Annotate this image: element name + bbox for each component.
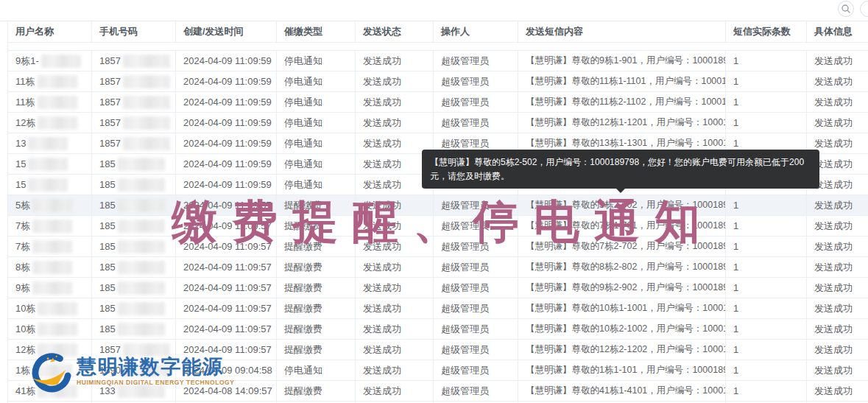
cell-phone: 1857 xyxy=(92,340,176,360)
cell-reminder-type: 停电通知 xyxy=(277,92,356,112)
search-button[interactable] xyxy=(838,1,854,17)
table-row[interactable]: 1栋 1390 2024-04-09 09:04:58 停电通知 发送成功 超级… xyxy=(8,360,868,381)
cell-user-name: 15 xyxy=(8,175,92,195)
cell-user-name: 12栋 xyxy=(8,340,92,360)
redaction-mask xyxy=(41,55,81,68)
redaction-mask xyxy=(118,302,165,315)
redaction-mask xyxy=(32,220,72,233)
cell-send-time: 2024-04-09 11:09:57 xyxy=(176,340,277,360)
cell-send-status: 发送成功 xyxy=(356,51,434,71)
column-header: 操作人 xyxy=(434,21,518,42)
table-row[interactable]: 12栋 1857 2024-04-09 11:09:59 停电通知 发送成功 超… xyxy=(8,113,868,133)
partial-circle-button[interactable] xyxy=(860,1,868,17)
cell-send-status: 发送成功 xyxy=(356,381,434,401)
cell-detail-info: 发送成功 xyxy=(807,381,868,401)
cell-sms-count: 1 xyxy=(726,216,807,236)
table-row[interactable]: 9栋1- 1857 2024-04-09 11:09:59 停电通知 发送成功 … xyxy=(8,51,868,71)
cell-send-status: 发送成功 xyxy=(356,319,434,339)
cell-reminder-type: 提醒缴费 xyxy=(277,216,356,236)
table-row[interactable]: 7栋 185 2024-04-09 11:09:57 提醒缴费 发送成功 超级管… xyxy=(8,236,868,257)
cell-reminder-type: 提醒缴费 xyxy=(277,340,356,360)
cell-detail-info: 发送成功 xyxy=(807,51,868,71)
cell-send-time: 2024-04-09 11:09:59 xyxy=(176,113,277,133)
cell-detail-info: 发送成功 xyxy=(807,236,868,256)
cell-send-time: 2024-04-09 11:09:57 xyxy=(176,195,277,215)
cell-sms-content[interactable]: 【慧明谦】尊敬的11栋2-1102，用户编号：10001898... xyxy=(518,92,726,112)
cell-send-time: 2024-04-09 11:09:59 xyxy=(176,133,277,153)
cell-phone: 185 xyxy=(92,175,176,195)
cell-send-time: 2024-04-09 11:09:57 xyxy=(176,216,277,236)
redaction-mask xyxy=(118,240,165,253)
cell-send-time: 2024-04-09 11:09:59 xyxy=(176,154,277,174)
cell-sms-content[interactable]: 【慧明谦】尊敬的11栋1-1101，用户编号：10001898... xyxy=(518,71,726,91)
cell-phone: 1857 xyxy=(92,71,176,91)
cell-sms-content[interactable]: 【慧明谦】尊敬的9栋2-902，用户编号：1000189806... xyxy=(518,278,726,298)
cell-sms-content[interactable]: 【慧明谦】尊敬的10栋1-1001，用户编号：10001898... xyxy=(518,298,726,318)
cell-send-time: 2024-04-08 14:09:57 xyxy=(176,381,277,401)
column-header: 发送状态 xyxy=(356,21,434,42)
cell-user-name: 11栋 xyxy=(8,71,92,91)
cell-sms-content[interactable]: 【慧明谦】尊敬的12栋1-1201，用户编号：10001898... xyxy=(518,113,726,133)
cell-sms-content[interactable]: 【慧明谦】尊敬的9栋1-901，用户编号：1000189805... xyxy=(518,51,726,71)
redaction-mask xyxy=(118,199,165,212)
tooltip-arrow-icon xyxy=(616,189,625,193)
cell-detail-info: 发送成功 xyxy=(807,71,868,91)
cell-operator: 超级管理员 xyxy=(434,195,518,215)
sms-content-tooltip: 【慧明谦】尊敬的5栋2-502，用户编号：1000189798，您好！您的账户电… xyxy=(422,150,819,189)
cell-sms-content[interactable]: 【慧明谦】尊敬的5栋2-502，用户编号：1000189798... xyxy=(518,195,726,215)
cell-sms-count: 1 xyxy=(726,340,807,360)
cell-user-name: 10栋 xyxy=(8,319,92,339)
table-row[interactable]: 10栋 185 2024-04-09 11:09:57 提醒缴费 发送成功 超级… xyxy=(8,298,868,319)
cell-reminder-type: 停电通知 xyxy=(277,175,356,195)
cell-sms-content[interactable]: 【慧明谦】尊敬的10栋2-1002，用户编号：10001898... xyxy=(518,319,726,339)
cell-send-time: 2024-04-09 09:04:58 xyxy=(176,360,277,380)
table-row[interactable]: 5栋 185 2024-04-09 11:09:57 提醒缴费 发送成功 超级管… xyxy=(8,195,868,216)
cell-user-name: 11栋 xyxy=(8,92,92,112)
cell-operator: 超级管理员 xyxy=(434,360,518,380)
cell-sms-content[interactable]: 【慧明谦】尊敬的7栋2-702，用户编号：1000189802... xyxy=(518,236,726,256)
table-row[interactable]: 7栋 185 2024-04-09 11:09:57 提醒缴费 发送成功 超级管… xyxy=(8,216,868,236)
cell-detail-info: 发送成功 xyxy=(807,92,868,112)
redaction-mask xyxy=(32,261,72,274)
cell-detail-info: 发送成功 xyxy=(807,319,868,339)
redaction-mask xyxy=(28,158,68,171)
cell-operator: 超级管理员 xyxy=(434,92,518,112)
redaction-mask xyxy=(123,96,170,109)
cell-send-status: 发送成功 xyxy=(356,360,434,380)
cell-user-name: 13 xyxy=(8,133,92,153)
cell-sms-content[interactable]: 【慧明谦】尊敬的1栋1-101，用户编号：1000189792... xyxy=(518,360,726,380)
cell-send-status: 发送成功 xyxy=(356,340,434,360)
cell-reminder-type: 提醒缴费 xyxy=(277,319,356,339)
cell-operator: 超级管理员 xyxy=(434,113,518,133)
redaction-mask xyxy=(123,137,170,150)
cell-phone: 185 xyxy=(92,236,176,256)
cell-send-time: 2024-04-09 11:09:57 xyxy=(176,319,277,339)
cell-phone: 1857 xyxy=(92,51,176,71)
cell-detail-info: 发送成功 xyxy=(807,257,868,277)
cell-operator: 超级管理员 xyxy=(434,236,518,256)
cell-sms-content[interactable]: 【慧明谦】尊敬的8栋2-802，用户编号：1000189804... xyxy=(518,257,726,277)
table-row[interactable]: 12栋 1857 2024-04-09 11:09:57 提醒缴费 发送成功 超… xyxy=(8,340,868,360)
table-row[interactable]: 11栋 1857 2024-04-09 11:09:59 停电通知 发送成功 超… xyxy=(8,71,868,92)
cell-sms-content[interactable]: 【慧明谦】尊敬的41栋1-4101，用户编号：10001898... xyxy=(518,381,726,401)
column-header: 具体信息 xyxy=(807,21,868,42)
cell-detail-info: 发送成功 xyxy=(807,195,868,215)
table-row[interactable]: 8栋 185 2024-04-09 11:09:57 提醒缴费 发送成功 超级管… xyxy=(8,257,868,278)
cell-reminder-type: 提醒缴费 xyxy=(277,381,356,401)
cell-send-status: 发送成功 xyxy=(356,92,434,112)
cell-sms-content[interactable]: 【慧明谦】尊敬的7栋1-701，用户编号：1000189801... xyxy=(518,216,726,236)
cell-phone: 1390 xyxy=(92,360,176,380)
table-row[interactable]: 10栋 185 2024-04-09 11:09:57 提醒缴费 发送成功 超级… xyxy=(8,319,868,340)
cell-sms-count: 1 xyxy=(726,51,807,71)
column-header: 短信实际条数 xyxy=(726,21,807,42)
cell-sms-content[interactable]: 【慧明谦】尊敬的12栋2-1202，用户编号：10001898... xyxy=(518,340,726,360)
table-row[interactable]: 41栋 133 2024-04-08 14:09:57 提醒缴费 发送成功 超级… xyxy=(8,381,868,402)
cell-operator: 超级管理员 xyxy=(434,278,518,298)
cell-user-name: 15 xyxy=(8,154,92,174)
cell-operator: 超级管理员 xyxy=(434,381,518,401)
table-row[interactable]: 9栋 185 2024-04-09 11:09:57 提醒缴费 发送成功 超级管… xyxy=(8,278,868,298)
table-row[interactable]: 11栋 1857 2024-04-09 11:09:59 停电通知 发送成功 超… xyxy=(8,92,868,113)
cell-sms-count: 1 xyxy=(726,195,807,215)
redaction-mask xyxy=(123,343,170,357)
column-header: 创建/发送时间 xyxy=(176,21,277,42)
